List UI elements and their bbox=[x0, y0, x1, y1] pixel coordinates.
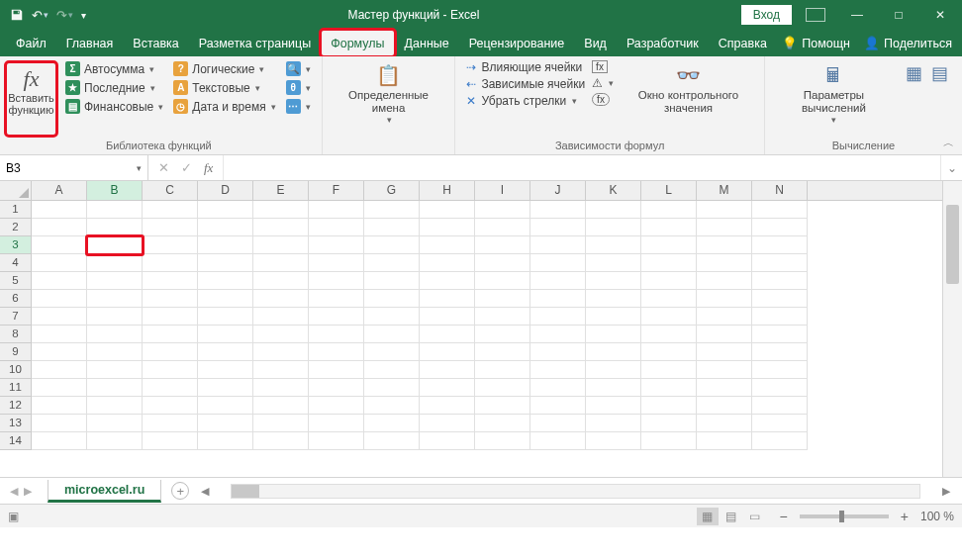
cell[interactable] bbox=[198, 201, 253, 219]
cell[interactable] bbox=[752, 236, 808, 254]
cell[interactable] bbox=[87, 201, 143, 219]
cell[interactable] bbox=[309, 379, 364, 397]
datetime-button[interactable]: ◷Дата и время▾ bbox=[171, 98, 277, 115]
cell[interactable] bbox=[586, 432, 641, 450]
cell[interactable] bbox=[309, 290, 364, 308]
cell[interactable] bbox=[143, 415, 198, 432]
cell[interactable] bbox=[364, 415, 420, 432]
cell[interactable] bbox=[752, 308, 808, 326]
sheet-nav-prev-icon[interactable]: ◀ bbox=[8, 483, 20, 500]
cell[interactable] bbox=[530, 254, 586, 272]
cell[interactable] bbox=[420, 290, 475, 308]
cell[interactable] bbox=[87, 236, 143, 254]
cell[interactable] bbox=[143, 343, 198, 361]
row-header-14[interactable]: 14 bbox=[0, 432, 32, 450]
tab-home[interactable]: Главная bbox=[56, 30, 124, 56]
col-header-M[interactable]: M bbox=[697, 181, 752, 200]
row-header-12[interactable]: 12 bbox=[0, 397, 32, 415]
cell[interactable] bbox=[697, 219, 752, 236]
cell[interactable] bbox=[697, 379, 752, 397]
cell[interactable] bbox=[641, 361, 697, 379]
cell[interactable] bbox=[143, 272, 198, 290]
cell[interactable] bbox=[309, 308, 364, 326]
col-header-K[interactable]: K bbox=[586, 181, 641, 200]
cell[interactable] bbox=[253, 308, 309, 326]
maximize-icon[interactable]: □ bbox=[881, 4, 916, 26]
cell[interactable] bbox=[198, 236, 253, 254]
cell[interactable] bbox=[475, 432, 530, 450]
cell[interactable] bbox=[253, 343, 309, 361]
cell[interactable] bbox=[752, 254, 808, 272]
cell[interactable] bbox=[253, 290, 309, 308]
cell[interactable] bbox=[752, 415, 808, 432]
cell[interactable] bbox=[752, 201, 808, 219]
cell[interactable] bbox=[198, 290, 253, 308]
cell[interactable] bbox=[364, 219, 420, 236]
cell[interactable] bbox=[586, 343, 641, 361]
cell[interactable] bbox=[530, 272, 586, 290]
col-header-J[interactable]: J bbox=[530, 181, 586, 200]
cell[interactable] bbox=[32, 415, 87, 432]
cell[interactable] bbox=[309, 326, 364, 343]
col-header-C[interactable]: C bbox=[143, 181, 198, 200]
cell[interactable] bbox=[87, 219, 143, 236]
cell[interactable] bbox=[420, 254, 475, 272]
cell[interactable] bbox=[530, 432, 586, 450]
row-header-13[interactable]: 13 bbox=[0, 415, 32, 432]
cell[interactable] bbox=[641, 272, 697, 290]
cell[interactable] bbox=[364, 432, 420, 450]
more-button[interactable]: ⋯▾ bbox=[284, 98, 313, 115]
cancel-formula-icon[interactable]: ✕ bbox=[158, 160, 169, 175]
cell[interactable] bbox=[697, 236, 752, 254]
error-check-button[interactable]: ⚠▾ bbox=[592, 76, 614, 90]
cell[interactable] bbox=[87, 290, 143, 308]
cell[interactable] bbox=[752, 432, 808, 450]
ribbon-display-options-icon[interactable] bbox=[798, 4, 833, 26]
cell[interactable] bbox=[143, 201, 198, 219]
cell[interactable] bbox=[530, 308, 586, 326]
cell[interactable] bbox=[143, 236, 198, 254]
cell[interactable] bbox=[752, 397, 808, 415]
cell[interactable] bbox=[32, 308, 87, 326]
undo-icon[interactable]: ↶▾ bbox=[32, 8, 48, 23]
col-header-A[interactable]: A bbox=[32, 181, 87, 200]
cell[interactable] bbox=[364, 343, 420, 361]
cell[interactable] bbox=[253, 397, 309, 415]
new-sheet-button[interactable]: + bbox=[171, 482, 189, 500]
cell[interactable] bbox=[641, 343, 697, 361]
cell[interactable] bbox=[475, 219, 530, 236]
cell[interactable] bbox=[143, 326, 198, 343]
evaluate-formula-button[interactable]: fx bbox=[592, 93, 614, 106]
page-layout-view-icon[interactable]: ▤ bbox=[721, 508, 742, 525]
col-header-I[interactable]: I bbox=[475, 181, 530, 200]
cell[interactable] bbox=[253, 326, 309, 343]
col-header-F[interactable]: F bbox=[309, 181, 364, 200]
cell[interactable] bbox=[420, 201, 475, 219]
cell[interactable] bbox=[641, 236, 697, 254]
remove-arrows-button[interactable]: ✕Убрать стрелки ▾ bbox=[466, 94, 585, 108]
cell[interactable] bbox=[475, 272, 530, 290]
enter-formula-icon[interactable]: ✓ bbox=[181, 160, 192, 175]
cell[interactable] bbox=[641, 254, 697, 272]
cell[interactable] bbox=[143, 219, 198, 236]
cell[interactable] bbox=[32, 326, 87, 343]
cell[interactable] bbox=[420, 308, 475, 326]
cell[interactable] bbox=[752, 326, 808, 343]
show-formulas-button[interactable]: fx bbox=[592, 60, 614, 73]
cell[interactable] bbox=[198, 415, 253, 432]
cell[interactable] bbox=[586, 361, 641, 379]
cell[interactable] bbox=[420, 219, 475, 236]
sheet-nav-next-icon[interactable]: ▶ bbox=[22, 483, 34, 500]
horizontal-scrollbar[interactable] bbox=[231, 484, 920, 499]
row-header-2[interactable]: 2 bbox=[0, 219, 32, 236]
tab-data[interactable]: Данные bbox=[395, 30, 459, 56]
row-header-8[interactable]: 8 bbox=[0, 326, 32, 343]
cell[interactable] bbox=[32, 361, 87, 379]
page-break-view-icon[interactable]: ▭ bbox=[744, 508, 766, 525]
cell[interactable] bbox=[530, 236, 586, 254]
cell[interactable] bbox=[420, 361, 475, 379]
col-header-H[interactable]: H bbox=[420, 181, 475, 200]
cell[interactable] bbox=[475, 397, 530, 415]
cell[interactable] bbox=[253, 236, 309, 254]
autosum-button[interactable]: ΣАвтосумма▾ bbox=[63, 60, 165, 77]
